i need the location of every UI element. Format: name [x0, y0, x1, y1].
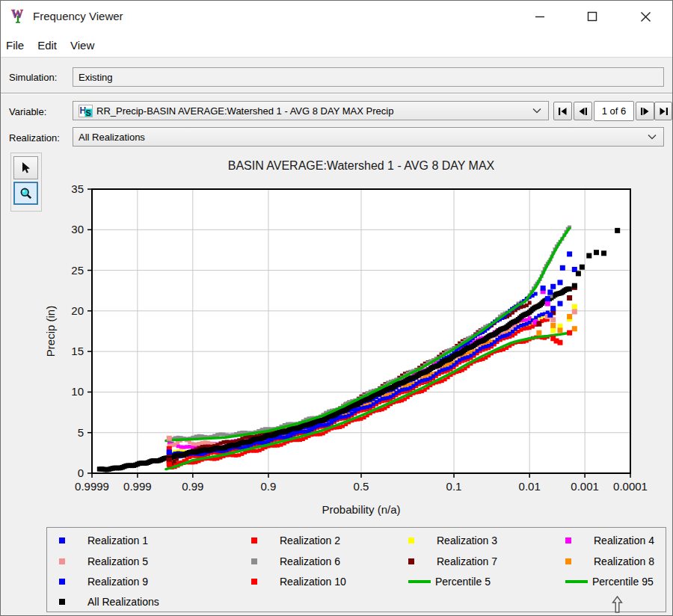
legend-square-marker — [59, 538, 65, 543]
legend-label: Realization 3 — [437, 535, 497, 546]
legend-square-marker — [59, 599, 65, 605]
minimize-icon — [535, 11, 545, 22]
svg-text:5: 5 — [78, 426, 84, 439]
legend-square-marker — [251, 538, 257, 543]
y-axis-label: Precip (in) — [44, 306, 57, 357]
separator — [0, 93, 673, 94]
close-icon — [640, 11, 651, 22]
legend-square-marker — [59, 579, 65, 585]
menu-edit[interactable]: Edit — [31, 39, 64, 52]
previous-page-icon — [578, 107, 588, 116]
first-page-icon — [558, 107, 568, 116]
svg-text:30: 30 — [71, 223, 84, 235]
legend-square-marker — [59, 558, 65, 564]
svg-text:0.9999: 0.9999 — [75, 480, 109, 493]
menu-view[interactable]: View — [64, 39, 101, 52]
legend-label: Realization 9 — [87, 576, 148, 588]
titlebar: W Frequency Viewer — [0, 0, 673, 33]
variable-combobox[interactable]: H S RR_Precip-BASIN AVERAGE:Watershed 1 … — [73, 101, 549, 120]
menu-file[interactable]: File — [6, 39, 31, 52]
last-page-button[interactable] — [654, 102, 672, 120]
legend-item: Realization 3 — [408, 533, 497, 548]
legend-item: Realization 7 — [408, 554, 497, 569]
simulation-value: Existing — [79, 72, 113, 83]
legend-item: Percentile 5 — [408, 574, 491, 589]
legend-label: Realization 10 — [280, 576, 346, 588]
svg-text:0.1: 0.1 — [446, 480, 462, 493]
legend-item: All Realizations — [59, 594, 159, 609]
legend-square-marker — [251, 558, 257, 564]
hec-hms-icon: H S — [79, 105, 93, 117]
x-axis-label: Probability (n/a) — [322, 503, 400, 516]
svg-text:0.9: 0.9 — [261, 480, 277, 493]
svg-text:25: 25 — [71, 264, 84, 277]
menubar: File Edit View — [0, 33, 673, 58]
variable-label: Variable: — [9, 106, 46, 117]
svg-text:0: 0 — [78, 466, 84, 479]
frequency-chart[interactable]: 0.99990.9990.990.90.50.10.010.0010.00010… — [0, 150, 673, 526]
legend-square-marker — [408, 558, 414, 564]
legend-item: Realization 4 — [565, 533, 654, 548]
legend-label: Realization 7 — [437, 555, 497, 567]
legend-label: Percentile 95 — [592, 576, 654, 588]
legend-line-marker — [408, 580, 431, 583]
svg-text:0.5: 0.5 — [354, 480, 369, 493]
legend-line-marker — [565, 580, 588, 583]
next-page-button[interactable] — [636, 102, 654, 120]
legend-label: Realization 4 — [594, 535, 654, 546]
last-page-icon — [659, 107, 669, 116]
legend-item: Realization 5 — [59, 554, 148, 569]
svg-text:15: 15 — [71, 345, 84, 357]
legend-square-marker — [565, 558, 571, 564]
simulation-field[interactable]: Existing — [73, 67, 664, 87]
maximize-button[interactable] — [575, 1, 609, 31]
legend-label: Realization 8 — [594, 555, 654, 567]
variable-value: RR_Precip-BASIN AVERAGE:Watershed 1 - AV… — [96, 105, 393, 117]
legend-label: Realization 6 — [280, 555, 340, 567]
legend-square-marker — [251, 579, 257, 585]
svg-text:10: 10 — [71, 385, 84, 398]
svg-text:0.0001: 0.0001 — [613, 480, 648, 493]
svg-text:35: 35 — [71, 182, 84, 195]
cursor-up-arrow-icon — [611, 596, 624, 614]
svg-text:S: S — [86, 108, 91, 117]
minimize-button[interactable] — [523, 1, 557, 31]
chevron-down-icon — [532, 108, 541, 114]
previous-page-button[interactable] — [574, 102, 592, 120]
legend-item: Realization 10 — [251, 574, 346, 589]
legend-item: Realization 6 — [251, 554, 340, 569]
legend-label: Realization 5 — [87, 555, 148, 567]
next-page-icon — [640, 107, 650, 116]
svg-text:0.99: 0.99 — [182, 480, 203, 493]
legend-label: Realization 2 — [280, 535, 340, 546]
realization-combobox[interactable]: All Realizations — [73, 127, 664, 147]
simulation-label: Simulation: — [9, 72, 57, 83]
legend-item: Realization 1 — [59, 533, 148, 548]
legend-item: Realization 9 — [59, 574, 148, 589]
app-icon: W — [10, 7, 26, 24]
legend-square-marker — [565, 538, 571, 543]
window-title: Frequency Viewer — [33, 10, 123, 22]
legend-item: Realization 8 — [565, 554, 654, 569]
svg-text:20: 20 — [71, 304, 84, 317]
realization-value: All Realizations — [79, 132, 145, 143]
legend-item: Realization 2 — [251, 533, 340, 548]
legend-label: Realization 1 — [87, 535, 148, 546]
svg-text:0.999: 0.999 — [123, 480, 152, 493]
page-counter[interactable]: 1 of 6 — [594, 101, 634, 121]
svg-text:0.01: 0.01 — [519, 480, 541, 493]
first-page-button[interactable] — [553, 102, 572, 120]
close-button[interactable] — [628, 1, 663, 31]
legend-item: Percentile 95 — [565, 574, 654, 589]
chevron-down-icon — [648, 135, 657, 140]
legend-label: All Realizations — [87, 596, 159, 608]
svg-text:0.001: 0.001 — [571, 480, 599, 493]
legend-square-marker — [408, 538, 414, 543]
realization-label: Realization: — [9, 132, 60, 144]
chart-title: BASIN AVERAGE:Watershed 1 - AVG 8 DAY MA… — [228, 159, 495, 172]
chart-legend: Realization 1Realization 2Realization 3R… — [46, 527, 666, 612]
maximize-icon — [587, 11, 597, 22]
page-counter-value: 1 of 6 — [602, 105, 627, 117]
legend-label: Percentile 5 — [435, 576, 491, 588]
